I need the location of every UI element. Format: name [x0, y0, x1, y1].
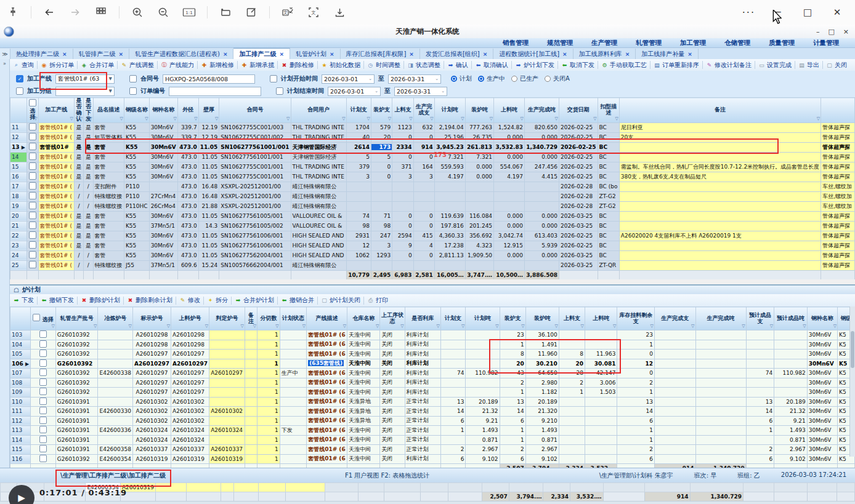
cell[interactable]: 是	[84, 241, 93, 250]
cell[interactable]: 套管线01# (6	[307, 397, 347, 407]
cell[interactable]: 3	[371, 241, 392, 250]
column-header-是否利库[interactable]: 是否利库▽	[405, 307, 440, 330]
cell[interactable]	[392, 201, 413, 211]
cell[interactable]	[434, 201, 465, 211]
cell[interactable]	[98, 435, 133, 445]
cell[interactable]	[466, 378, 500, 388]
column-header-计划支[interactable]: 计划支▽	[346, 98, 371, 123]
tab-close-icon[interactable]: ×	[279, 51, 284, 57]
cell[interactable]	[280, 378, 306, 388]
cell[interactable]	[434, 260, 465, 270]
row-checkbox[interactable]	[29, 192, 36, 199]
row-checkbox[interactable]	[39, 455, 47, 462]
cell[interactable]	[466, 388, 500, 398]
row-checkbox[interactable]	[39, 350, 47, 357]
cell[interactable]: 1	[257, 454, 280, 464]
tab-加工线排产补量[interactable]: 加工线排产补量×	[636, 49, 699, 59]
cell[interactable]: A26010297	[132, 378, 171, 388]
cell[interactable]: A26010297	[132, 369, 171, 378]
row-checkbox[interactable]	[29, 251, 36, 258]
cell[interactable]	[27, 241, 39, 250]
cell[interactable]: 生产中	[280, 369, 306, 378]
row-checkbox[interactable]	[39, 359, 47, 367]
cell[interactable]: 0.000	[524, 132, 559, 142]
table-row[interactable]: 106 ▶G26010392A26010297A260102971(635套管线…	[10, 359, 855, 369]
cell[interactable]: 2931	[346, 231, 371, 241]
cell[interactable]: 9.102	[466, 454, 500, 464]
cell[interactable]	[695, 435, 746, 445]
cell[interactable]: 正常计划	[405, 416, 440, 426]
cell[interactable]: 1	[257, 435, 280, 445]
cell[interactable]	[27, 250, 39, 260]
cell[interactable]	[440, 435, 466, 445]
cell[interactable]	[346, 201, 371, 211]
cell[interactable]: 套管	[93, 142, 124, 152]
cell[interactable]: A26010297	[132, 388, 171, 398]
cell[interactable]: 14	[746, 407, 774, 417]
cell[interactable]: 2026-03-25	[559, 260, 598, 270]
cell[interactable]: 管体超声探	[821, 260, 855, 270]
cell[interactable]	[280, 388, 306, 398]
cell[interactable]: 套管	[93, 162, 124, 172]
cell[interactable]: 套管线01# (	[38, 162, 74, 172]
cell[interactable]	[524, 201, 559, 211]
column-header-预计成品吨[interactable]: 预计成品吨▽	[774, 307, 808, 330]
cell[interactable]: 473.0	[177, 152, 198, 162]
cell[interactable]	[98, 397, 133, 407]
group-checkbox[interactable]	[16, 87, 23, 95]
cell[interactable]	[695, 340, 746, 350]
cell[interactable]: 43	[500, 369, 525, 378]
cell[interactable]: A26010297	[171, 378, 209, 388]
cell[interactable]	[27, 231, 39, 241]
column-header-计划吨[interactable]: 计划吨▽	[434, 98, 465, 123]
cell[interactable]: 20.189	[774, 397, 808, 407]
radio-icon[interactable]	[478, 76, 484, 82]
cell[interactable]: A26010298	[171, 330, 209, 340]
row-checkbox[interactable]	[29, 231, 36, 239]
cell[interactable]	[209, 359, 245, 369]
cell[interactable]	[619, 241, 821, 250]
row-number[interactable]: 105	[10, 350, 31, 359]
column-header-计划支[interactable]: 计划支▽	[440, 307, 466, 330]
row-checkbox[interactable]	[39, 398, 47, 405]
cell[interactable]	[280, 359, 306, 369]
cell[interactable]	[209, 435, 245, 445]
cell[interactable]	[585, 454, 617, 464]
cell[interactable]: 30Mn6V	[807, 388, 837, 398]
cell[interactable]: A26010319	[171, 454, 209, 464]
cell[interactable]: 23	[500, 330, 525, 340]
filter-funnel-icon[interactable]: ▽	[70, 117, 73, 122]
cell[interactable]: 609.6	[177, 260, 198, 270]
cell[interactable]: 11.963	[585, 350, 617, 359]
status-radio-已生产[interactable]: 已生产	[511, 74, 538, 83]
cell[interactable]: /	[84, 260, 93, 270]
cell[interactable]: 套管线01# (6	[307, 454, 347, 464]
cell[interactable]: 473.0	[177, 231, 198, 241]
cell[interactable]: VALLOUREC OIL &	[291, 211, 346, 221]
cell[interactable]: 套管线01# (	[38, 152, 74, 162]
cell[interactable]: 0	[413, 132, 434, 142]
cell[interactable]: /	[84, 191, 93, 201]
cell[interactable]: 3,945.23	[434, 142, 465, 152]
cell[interactable]: 1.503	[585, 388, 617, 398]
cell[interactable]	[619, 201, 821, 211]
cell[interactable]	[280, 330, 306, 340]
toolbar-button-print[interactable]: ⎙打印	[364, 296, 391, 305]
cell[interactable]	[524, 191, 559, 201]
cell[interactable]	[31, 350, 56, 359]
cell[interactable]: 套管线01# (6	[307, 445, 347, 455]
cell[interactable]: 2026-02-25	[559, 241, 598, 250]
cell[interactable]: 371	[392, 162, 413, 172]
cell[interactable]: E42600338	[98, 369, 133, 378]
row-number[interactable]: 112	[10, 416, 31, 426]
cell[interactable]: 110.982	[774, 369, 808, 378]
cell[interactable]: 201.245	[465, 221, 493, 231]
cell[interactable]: 632	[413, 122, 434, 132]
cell[interactable]: 2.967	[525, 445, 559, 455]
tab-轧管生产进程数据汇总(进程表)[interactable]: 轧管生产进程数据汇总(进程表)×	[129, 49, 233, 59]
cell[interactable]	[695, 407, 746, 417]
cell[interactable]: 15.24	[198, 260, 219, 270]
cell[interactable]: 7.321	[465, 152, 493, 162]
column-header-判定炉号[interactable]: 判定炉号▽	[209, 307, 245, 330]
cell[interactable]: 473.0	[177, 211, 198, 221]
